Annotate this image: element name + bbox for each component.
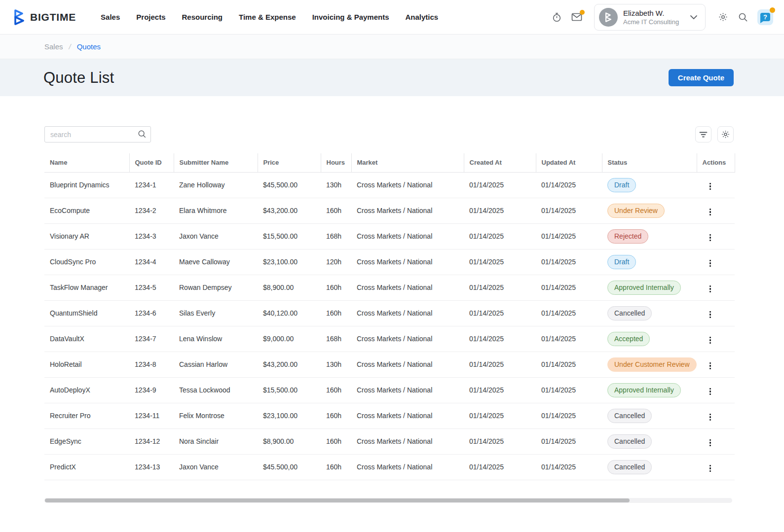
row-actions-kebab-icon[interactable] bbox=[706, 284, 714, 295]
row-actions-kebab-icon[interactable] bbox=[706, 232, 714, 244]
cell-status: Accepted bbox=[602, 326, 697, 352]
cell-status: Cancelled bbox=[602, 403, 697, 428]
mail-icon[interactable] bbox=[571, 11, 583, 23]
table-row: AutoDeployX1234-9Tessa Lockwood$15,500.0… bbox=[44, 377, 735, 403]
row-actions-kebab-icon[interactable] bbox=[706, 360, 714, 372]
nav-item-analytics[interactable]: Analytics bbox=[406, 13, 439, 21]
column-header-actions[interactable]: Actions bbox=[697, 153, 735, 172]
cell-submitter: Rowan Dempsey bbox=[174, 275, 258, 300]
row-actions-kebab-icon[interactable] bbox=[706, 207, 714, 218]
cell-quote-id: 1234-11 bbox=[129, 403, 174, 428]
horizontal-scrollbar[interactable] bbox=[44, 498, 732, 503]
cell-price: $15,500.00 bbox=[258, 377, 321, 403]
row-actions-kebab-icon[interactable] bbox=[706, 437, 714, 449]
row-actions-kebab-icon[interactable] bbox=[706, 181, 714, 192]
gear-icon[interactable] bbox=[717, 11, 729, 23]
breadcrumb: Sales / Quotes bbox=[0, 35, 784, 59]
cell-name: EcoCompute bbox=[44, 198, 129, 223]
brand-name: BIGTIME bbox=[30, 11, 76, 23]
cell-price: $45.500,00 bbox=[258, 454, 321, 480]
status-badge: Rejected bbox=[607, 229, 648, 244]
row-actions-kebab-icon[interactable] bbox=[706, 463, 714, 474]
breadcrumb-quotes[interactable]: Quotes bbox=[77, 42, 101, 51]
row-actions-kebab-icon[interactable] bbox=[706, 386, 714, 397]
cell-price: $43,200.00 bbox=[258, 198, 321, 223]
cell-quote-id: 1234-12 bbox=[129, 428, 174, 454]
cell-market: Cross Markets / National bbox=[351, 454, 464, 480]
cell-hours: 160h bbox=[321, 300, 351, 326]
cell-status: Rejected bbox=[602, 223, 697, 249]
account-menu[interactable]: Elizabeth W. Acme IT Consulting bbox=[594, 4, 706, 31]
column-header-name[interactable]: Name bbox=[44, 153, 129, 172]
cell-updated-at: 01/14/2025 bbox=[536, 300, 602, 326]
cell-hours: 130h bbox=[321, 172, 351, 198]
cell-created-at: 01/14/2025 bbox=[464, 249, 536, 275]
nav-item-projects[interactable]: Projects bbox=[136, 13, 165, 21]
table-row: CloudSync Pro1234-4Maeve Calloway$23,100… bbox=[44, 249, 735, 275]
cell-actions bbox=[697, 223, 735, 249]
help-icon[interactable]: ? bbox=[757, 9, 773, 25]
row-actions-kebab-icon[interactable] bbox=[706, 309, 714, 320]
column-header-updated-at[interactable]: Updated At bbox=[536, 153, 602, 172]
cell-submitter: Silas Everly bbox=[174, 300, 258, 326]
nav-item-invoicing-payments[interactable]: Invoicing & Payments bbox=[312, 13, 389, 21]
column-header-created-at[interactable]: Created At bbox=[464, 153, 536, 172]
cell-created-at: 01/14/2025 bbox=[464, 377, 536, 403]
column-header-price[interactable]: Price bbox=[258, 153, 321, 172]
column-header-market[interactable]: Market bbox=[351, 153, 464, 172]
cell-name: AutoDeployX bbox=[44, 377, 129, 403]
cell-quote-id: 1234-5 bbox=[129, 275, 174, 300]
cell-actions bbox=[697, 275, 735, 300]
search-box bbox=[44, 126, 151, 142]
cell-name: HoloRetail bbox=[44, 352, 129, 377]
cell-actions bbox=[697, 326, 735, 352]
cell-created-at: 01/14/2025 bbox=[464, 352, 536, 377]
cell-quote-id: 1234-1 bbox=[129, 172, 174, 198]
row-actions-kebab-icon[interactable] bbox=[706, 258, 714, 269]
cell-updated-at: 01/14/2025 bbox=[536, 377, 602, 403]
search-icon[interactable] bbox=[737, 11, 749, 23]
cell-market: Cross Markets / National bbox=[351, 249, 464, 275]
bigtime-logo-icon bbox=[13, 9, 26, 25]
column-header-status[interactable]: Status bbox=[602, 153, 697, 172]
search-input-icon bbox=[138, 130, 147, 139]
cell-updated-at: 01/14/2025 bbox=[536, 275, 602, 300]
cell-created-at: 01/14/2025 bbox=[464, 428, 536, 454]
cell-quote-id: 1234-6 bbox=[129, 300, 174, 326]
create-quote-button[interactable]: Create Quote bbox=[669, 69, 734, 86]
cell-created-at: 01/14/2025 bbox=[464, 172, 536, 198]
cell-submitter: Nora Sinclair bbox=[174, 428, 258, 454]
cell-market: Cross Markets / National bbox=[351, 377, 464, 403]
timer-icon[interactable] bbox=[551, 11, 562, 23]
filter-button[interactable] bbox=[695, 126, 711, 142]
nav-item-time-expense[interactable]: Time & Expense bbox=[239, 13, 296, 21]
column-header-hours[interactable]: Hours bbox=[321, 153, 351, 172]
search-input[interactable] bbox=[44, 126, 151, 142]
table-row: PredictX1234-13Jaxon Vance$45.500,00160h… bbox=[44, 454, 735, 480]
app-logo[interactable]: BIGTIME bbox=[13, 9, 76, 25]
cell-created-at: 01/14/2025 bbox=[464, 300, 536, 326]
cell-price: $8,900.00 bbox=[258, 275, 321, 300]
help-notification-dot bbox=[770, 7, 775, 13]
scrollbar-thumb[interactable] bbox=[45, 498, 630, 502]
nav-item-sales[interactable]: Sales bbox=[101, 13, 120, 21]
cell-actions bbox=[697, 172, 735, 198]
cell-price: $9,000.00 bbox=[258, 326, 321, 352]
column-header-quote-id[interactable]: Quote ID bbox=[129, 153, 174, 172]
breadcrumb-sales[interactable]: Sales bbox=[44, 42, 63, 51]
cell-market: Cross Markets / National bbox=[351, 428, 464, 454]
cell-market: Cross Markets / National bbox=[351, 403, 464, 428]
cell-updated-at: 01/14/2025 bbox=[536, 454, 602, 480]
column-header-submitter-name[interactable]: Submitter Name bbox=[174, 153, 258, 172]
cell-updated-at: 01/14/2025 bbox=[536, 172, 602, 198]
cell-created-at: 01/14/2025 bbox=[464, 223, 536, 249]
nav-item-resourcing[interactable]: Resourcing bbox=[182, 13, 223, 21]
cell-actions bbox=[697, 249, 735, 275]
table-settings-button[interactable] bbox=[717, 126, 734, 142]
row-actions-kebab-icon[interactable] bbox=[706, 335, 714, 346]
cell-status: Cancelled bbox=[602, 300, 697, 326]
cell-quote-id: 1234-4 bbox=[129, 249, 174, 275]
cell-market: Cross Markets / National bbox=[351, 326, 464, 352]
row-actions-kebab-icon[interactable] bbox=[706, 412, 714, 423]
page-header: Quote List Create Quote bbox=[0, 59, 784, 96]
